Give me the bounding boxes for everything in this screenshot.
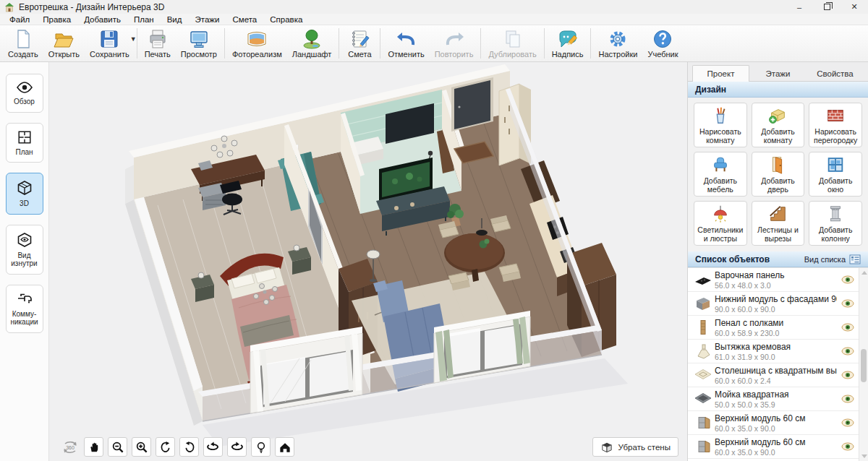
lighting-button[interactable] [251,437,271,457]
menu-estimate[interactable]: Смета [226,15,263,24]
redo-icon [443,28,465,50]
open-button[interactable]: Открыть [43,27,85,61]
app-logo-icon [4,2,14,12]
wall-cabinet-thumb [694,439,712,454]
add-furniture-button[interactable]: Добавить мебель [694,152,747,197]
text-label-button[interactable]: Надпись [547,27,589,61]
visibility-toggle[interactable] [837,323,859,332]
minimize-button[interactable]: – [786,0,813,14]
duplicate-button[interactable]: Дублировать [483,27,541,61]
restore-button[interactable] [813,0,841,14]
landscape-button[interactable]: Ландшафт [287,27,337,61]
add-door-button[interactable]: Добавить дверь [752,152,805,197]
base-cabinet-thumb [694,296,712,311]
sidebar-item-plan[interactable]: План [6,123,43,163]
eye-visible-icon [841,299,854,308]
3d-apartment-scene[interactable] [49,62,687,461]
objects-section-header: Список объектов Вид списка [688,251,868,267]
photorealism-button[interactable]: Фотореализм [227,27,287,61]
add-window-button[interactable]: Добавить окно [809,152,862,197]
menu-view[interactable]: Вид [161,15,189,24]
object-list-item[interactable]: Верхний модуль 60 см60.0 x 35.0 x 90.0 [688,411,859,435]
object-list-item[interactable]: Мойка квадратная50.0 x 50.0 x 35.9 [688,387,859,411]
stairs-button[interactable]: Лестницы и вырезы [752,201,805,246]
rotate-ccw-icon [159,441,172,454]
menu-help[interactable]: Справка [263,15,309,24]
home-view-button[interactable] [275,437,294,457]
tab-floors[interactable]: Этажи [749,65,807,81]
sidebar-item-communications[interactable]: Комму-никации [6,285,43,333]
sidebar-item-3d[interactable]: 3D [6,173,43,215]
menu-file[interactable]: Файл [3,15,36,24]
sidebar-item-overview[interactable]: Обзор [6,74,43,113]
list-view-icon[interactable] [849,254,861,264]
undo-icon [396,28,417,50]
visibility-toggle[interactable] [837,418,859,427]
menu-floors[interactable]: Этажи [189,15,226,24]
sidebar-item-inside-view[interactable]: Вид изнутри [6,225,43,275]
object-list-item[interactable]: Пенал с полками60.0 x 58.9 x 230.0 [688,316,859,340]
scrollbar-thumb[interactable] [861,349,867,382]
orbit-left-button[interactable] [203,437,223,457]
visibility-toggle[interactable] [837,275,859,284]
toolbar-separator [380,28,380,59]
print-button[interactable]: Печать [140,27,176,61]
3d-viewport[interactable]: 360 [49,62,687,461]
pan-button[interactable] [84,437,103,457]
pendant-lamp[interactable] [476,230,488,236]
save-button[interactable]: Сохранить ▼ [85,27,135,61]
visibility-toggle[interactable] [837,442,859,451]
visibility-toggle[interactable] [837,347,859,356]
view-controls-toolbar: 360 [61,437,294,457]
object-list-item[interactable]: Вытяжка кремовая61.0 x 31.9 x 90.0 [688,340,859,363]
home-view-icon [278,441,292,454]
toolbar-separator [544,28,545,59]
duplicate-icon [502,28,524,50]
tutorial-button[interactable]: Учебник [642,27,683,61]
tab-properties[interactable]: Свойства [807,65,864,81]
scroll-down-arrow[interactable] [861,454,867,458]
rotate-cw-button[interactable] [179,437,199,457]
remove-walls-button[interactable]: Убрать стены [592,437,678,457]
add-column-button[interactable]: Добавить колонну [809,201,862,246]
hood-thumb [694,343,712,359]
settings-button[interactable]: Настройки [593,27,642,61]
draw-room-button[interactable]: Нарисовать комнату [694,103,747,147]
orbit-right-icon [230,440,244,454]
orbit-right-button[interactable] [227,437,247,457]
object-list-item[interactable]: Нижний модуль с фасадами 90...90.0 x 60.… [688,292,859,316]
save-dropdown-arrow[interactable]: ▼ [130,35,137,43]
estimate-button[interactable]: Смета [341,27,378,61]
visibility-toggle[interactable] [837,395,859,403]
close-button[interactable]: ✕ [841,0,868,14]
lights-button[interactable]: Светильники и люстры [694,201,747,246]
menu-plan[interactable]: План [127,15,161,24]
rotate-ccw-button[interactable] [156,437,175,457]
visibility-toggle[interactable] [837,371,859,379]
tab-project[interactable]: Проект [692,65,749,82]
zoom-in-button[interactable] [132,437,151,457]
object-list-scrollbar[interactable] [859,268,868,461]
settings-icon [607,28,629,50]
menu-add[interactable]: Добавить [77,15,127,24]
object-list-item[interactable]: Столешница с квадратным выр...60.0 x 60.… [688,363,859,387]
eye-visible-icon [841,418,854,427]
scroll-up-arrow[interactable] [861,271,867,275]
toolbar-separator [590,28,591,59]
object-list-item[interactable]: Варочная панель56.0 x 48.0 x 3.0 [688,268,859,292]
zoom-out-button[interactable] [108,437,127,457]
object-list-item[interactable]: Верхний модуль 60 см60.0 x 35.0 x 90.0 [688,435,859,459]
shower-head[interactable] [428,151,433,155]
visibility-toggle[interactable] [837,299,859,308]
rotate-360-button[interactable]: 360 [61,437,80,457]
draw-partition-button[interactable]: Нарисовать перегородку [809,103,862,147]
add-room-button[interactable]: Добавить комнату [752,103,805,147]
create-button[interactable]: Создать [3,27,43,61]
preview-button[interactable]: Просмотр [176,27,222,61]
undo-button[interactable]: Отменить [383,27,429,61]
menu-edit[interactable]: Правка [36,15,77,24]
list-view-label: Вид списка [804,255,846,264]
draw-room-icon [710,105,731,126]
toolbar-separator [480,28,481,59]
redo-button[interactable]: Повторить [430,27,479,61]
